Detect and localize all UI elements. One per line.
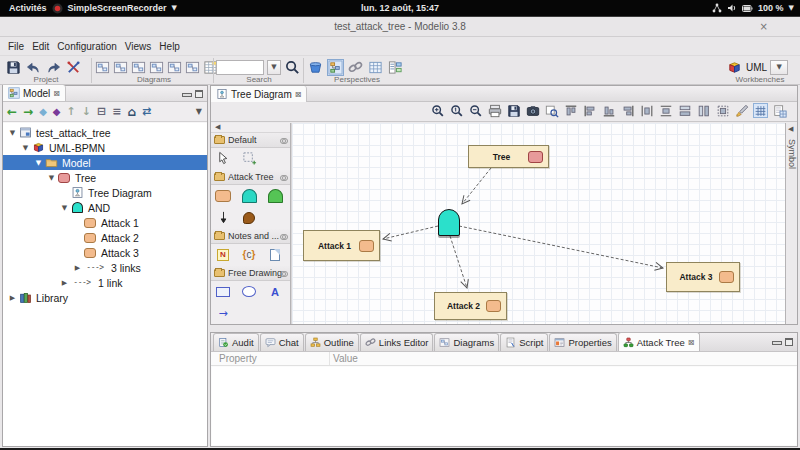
align-top-button[interactable] [563,103,578,118]
maximize-panel-button[interactable] [195,90,203,98]
links-perspective-button[interactable] [347,59,364,76]
page-grid-button[interactable] [772,103,787,118]
tree-item-library[interactable]: ▶Library [3,290,207,305]
and-tool[interactable] [241,188,257,203]
tab-close-icon[interactable]: ⊠ [688,338,695,347]
volume-icon[interactable] [727,3,737,13]
zoom-selection-button[interactable] [544,103,559,118]
distribute-h-button[interactable] [639,103,654,118]
same-height-button[interactable] [696,103,711,118]
attack-tree-table-body[interactable] [212,367,796,445]
ellipse-tool[interactable] [241,284,257,299]
bottom-tab-chat[interactable]: Chat [260,333,304,351]
back-button[interactable]: ← [7,106,17,118]
align-right-button[interactable] [620,103,635,118]
titlebar[interactable]: test_attack_tree - Modelio 3.8 × [0,18,800,37]
expander-closed-icon[interactable]: ▶ [7,294,18,302]
bottom-tab-outline[interactable]: Outline [305,333,359,351]
snapshot-button[interactable] [525,103,540,118]
text-tool[interactable]: A [267,284,283,299]
attack-tool[interactable] [215,188,231,203]
home-button[interactable]: ⌂ [127,106,136,118]
bottom-tab-attack-tree[interactable]: Attack Tree⊠ [618,332,700,351]
fit-size-button[interactable] [715,103,730,118]
diagram-tool-4-button[interactable] [149,59,164,76]
diagram-node-attack3[interactable]: Attack 3 [666,262,740,292]
search-input[interactable] [216,60,264,75]
palette-section-notes-and-[interactable]: Notes and ... [211,229,290,244]
tree-item-model[interactable]: ▼Model [3,155,207,170]
minimize-bottom-panel-button[interactable] [772,339,780,346]
palette-section-free-drawing[interactable]: Free Drawing [211,266,290,281]
move-down-button[interactable]: ↓ [82,106,91,117]
diagram-tool-3-button[interactable] [131,59,146,76]
diagram-tab-close-icon[interactable]: ⊠ [295,90,302,99]
tree-item-tree-diagram[interactable]: Tree Diagram [3,185,207,200]
tree-item-attack-2[interactable]: Attack 2 [3,230,207,245]
save-button[interactable] [5,59,22,76]
focus-diamond-button[interactable]: ◆ [53,107,61,117]
move-up-button[interactable]: ↑ [67,106,76,117]
grid-toggle-button[interactable] [753,103,768,118]
tree-table-perspective-button[interactable] [387,59,404,76]
flat-hierarchy-button[interactable]: ≡ [112,106,121,117]
forward-button[interactable]: → [23,106,33,118]
zoom-actual-button[interactable] [449,103,464,118]
expander-open-icon[interactable]: ▼ [59,204,70,212]
diagram-node-attack2[interactable]: Attack 2 [434,292,507,320]
value-column-header[interactable]: Value [333,353,358,364]
document-tool[interactable] [267,247,283,262]
undo-button[interactable] [25,59,42,76]
symbol-sidebar[interactable]: ◀ Symbol [785,123,797,324]
tree-item-attack-1[interactable]: Attack 1 [3,215,207,230]
marquee-tool[interactable] [241,151,257,166]
selection-tool[interactable] [215,151,231,166]
bottom-tab-script[interactable]: Script [500,333,548,351]
menu-file[interactable]: File [8,41,24,52]
constraint-tool[interactable]: {c} [241,247,257,262]
distribute-v-button[interactable] [658,103,673,118]
menu-configuration[interactable]: Configuration [57,41,116,52]
view-menu-button[interactable]: ▼ [196,108,202,116]
network-icon[interactable] [712,3,722,13]
expander-open-icon[interactable]: ▼ [7,129,18,137]
search-dropdown-button[interactable]: ▼ [267,60,281,75]
tree-item-uml-bpmn[interactable]: ▼UML-BPMN [3,140,207,155]
expander-open-icon[interactable]: ▼ [46,174,57,182]
model-tab-close-icon[interactable]: ⊠ [53,89,60,98]
tree-item-test-attack-tree[interactable]: ▼test_attack_tree [3,125,207,140]
diagram-tool-5-button[interactable] [167,59,182,76]
system-menu-caret-icon[interactable]: ▼ [789,4,794,12]
workbench-dropdown-button[interactable]: ▼ [770,60,788,75]
diagram-node-attack1[interactable]: Attack 1 [303,230,380,261]
battery-icon[interactable] [742,4,753,13]
link-tool[interactable] [215,210,231,225]
menu-help[interactable]: Help [159,41,180,52]
clock[interactable]: lun. 12 août, 15:47 [0,3,800,13]
palette-section-default[interactable]: Default [211,133,290,148]
tree-item-1-link[interactable]: ▶--->1 link [3,275,207,290]
bottom-tab-links-editor[interactable]: Links Editor [360,333,434,351]
configuration-button[interactable] [65,59,82,76]
palette-collapse[interactable]: ◀ [211,123,290,133]
collapse-all-button[interactable]: ⊟ [97,106,106,117]
bottom-tab-audit[interactable]: Audit [213,333,259,351]
expander-open-icon[interactable]: ▼ [20,144,31,152]
tree-item-and[interactable]: ▼AND [3,200,207,215]
model-tab[interactable]: Model ⊠ [3,85,66,101]
tree-diagram-tab[interactable]: Tree Diagram ⊠ [211,86,307,102]
sync-button[interactable]: ⇄ [142,106,151,117]
align-bottom-button[interactable] [601,103,616,118]
property-column-header[interactable]: Property [219,353,257,364]
diagram-node-and[interactable] [438,209,460,236]
related-diamond-button[interactable]: ◆ [39,107,47,117]
zoom-in-button[interactable] [430,103,445,118]
minimize-panel-button[interactable] [182,91,190,98]
expander-open-icon[interactable]: ▼ [33,159,44,167]
palette-section-attack-tree[interactable]: Attack Tree [211,170,290,185]
root-tool[interactable] [241,210,257,225]
redo-button[interactable] [45,59,62,76]
align-left-button[interactable] [582,103,597,118]
bottom-tab-diagrams[interactable]: Diagrams [434,333,499,351]
search-icon[interactable] [284,59,301,76]
